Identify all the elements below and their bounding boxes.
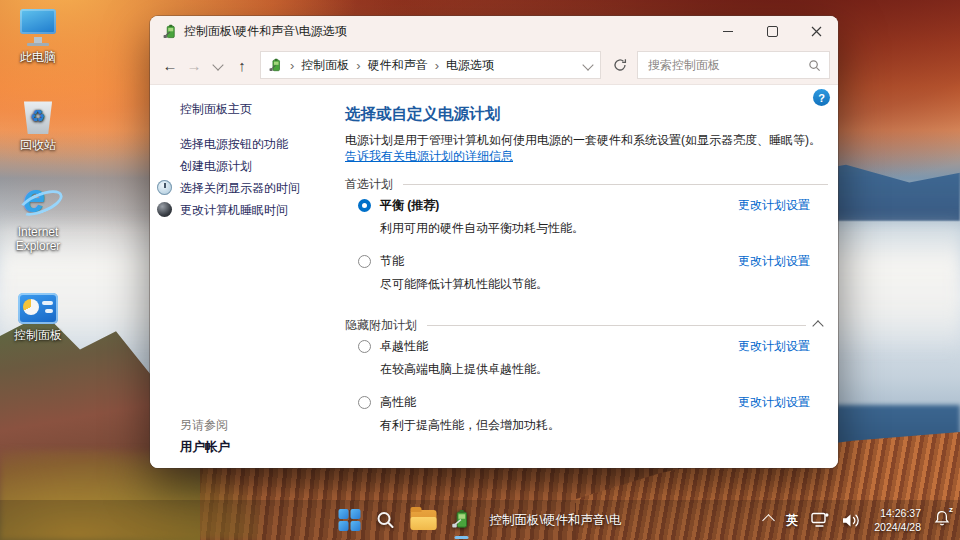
sidebar: 控制面板主页 选择电源按钮的功能 创建电源计划 选择关闭显示器的时间 更改计算机… xyxy=(150,85,345,468)
control-panel-window: 控制面板\硬件和声音\电源选项 ← → ↑ › 控制面板 › 硬件和声音 xyxy=(150,16,838,468)
close-button[interactable] xyxy=(794,16,838,46)
plan-row-power-saver: 节能 尽可能降低计算机性能以节能。 更改计划设置 xyxy=(345,253,828,293)
intro-more-info-link[interactable]: 告诉我有关电源计划的详细信息 xyxy=(345,149,513,163)
plan-row-high-performance: 高性能 有利于提高性能，但会增加功耗。 更改计划设置 xyxy=(345,394,828,434)
active-app-label[interactable]: 控制面板\硬件和声音\电 xyxy=(490,512,622,529)
ime-indicator[interactable]: 英 xyxy=(786,512,798,529)
power-options-icon xyxy=(163,24,178,39)
up-icon: ↑ xyxy=(238,57,246,74)
breadcrumb-item-hardware-sound[interactable]: 硬件和声音 xyxy=(368,57,428,74)
page-title: 选择或自定义电源计划 xyxy=(345,104,828,125)
plan-name[interactable]: 节能 xyxy=(380,253,548,270)
change-plan-settings-link[interactable]: 更改计划设置 xyxy=(738,394,810,411)
bell-badge: z xyxy=(949,505,953,514)
notification-bell-icon xyxy=(934,510,950,526)
sidebar-item-display-off-time[interactable]: 选择关闭显示器的时间 xyxy=(180,182,345,195)
breadcrumb[interactable]: › 控制面板 › 硬件和声音 › 电源选项 xyxy=(260,51,601,79)
network-icon[interactable] xyxy=(811,512,829,528)
desktop-icon-label: 控制面板 xyxy=(8,327,68,344)
plan-name[interactable]: 高性能 xyxy=(380,394,560,411)
active-app-indicator xyxy=(455,536,469,539)
section-hidden-plans[interactable]: 隐藏附加计划 xyxy=(345,317,828,334)
section-divider xyxy=(403,184,828,185)
change-plan-settings-link[interactable]: 更改计划设置 xyxy=(738,253,810,270)
plan-description: 在较高端电脑上提供卓越性能。 xyxy=(380,361,548,378)
chevron-down-icon xyxy=(212,59,223,70)
back-button[interactable]: ← xyxy=(158,51,182,79)
minimize-icon xyxy=(723,31,733,32)
radio-high-performance[interactable] xyxy=(358,396,371,409)
minimize-button[interactable] xyxy=(706,16,750,46)
window-titlebar[interactable]: 控制面板\硬件和声音\电源选项 xyxy=(150,16,838,46)
section-divider xyxy=(427,325,806,326)
taskbar-search-button[interactable] xyxy=(376,510,396,530)
sidebar-item-label: 更改计算机睡眠时间 xyxy=(180,203,288,217)
radio-ultimate-performance[interactable] xyxy=(358,340,371,353)
breadcrumb-item-control-panel[interactable]: 控制面板 xyxy=(301,57,349,74)
forward-icon: → xyxy=(187,57,202,74)
section-label: 首选计划 xyxy=(345,176,393,193)
plan-description: 有利于提高性能，但会增加功耗。 xyxy=(380,417,560,434)
tray-chevron-up-icon[interactable] xyxy=(762,514,775,527)
power-options-icon xyxy=(269,58,283,72)
windows-logo-icon xyxy=(339,509,361,531)
change-plan-settings-link[interactable]: 更改计划设置 xyxy=(738,197,810,214)
change-plan-settings-link[interactable]: 更改计划设置 xyxy=(738,338,810,355)
control-panel-icon xyxy=(18,293,58,324)
tray-time: 14:26:37 xyxy=(874,506,921,520)
power-options-icon xyxy=(452,508,472,530)
sidebar-item-power-buttons[interactable]: 选择电源按钮的功能 xyxy=(180,138,345,151)
radio-power-saver[interactable] xyxy=(358,255,371,268)
back-icon: ← xyxy=(163,57,178,74)
plan-row-ultimate: 卓越性能 在较高端电脑上提供卓越性能。 更改计划设置 xyxy=(345,338,828,378)
search-box xyxy=(637,51,830,79)
radio-balanced[interactable] xyxy=(358,199,371,212)
desktop-icon-this-pc[interactable]: 此电脑 xyxy=(8,6,68,66)
desktop-icon-label: 此电脑 xyxy=(8,49,68,66)
up-button[interactable]: ↑ xyxy=(230,51,254,79)
search-icon xyxy=(376,510,396,530)
recent-pages-button[interactable] xyxy=(206,51,230,79)
plan-row-balanced: 平衡 (推荐) 利用可用的硬件自动平衡功耗与性能。 更改计划设置 xyxy=(345,197,828,237)
breadcrumb-separator: › xyxy=(435,58,439,73)
sidebar-item-home[interactable]: 控制面板主页 xyxy=(180,101,345,118)
desktop-icon-label: 回收站 xyxy=(8,137,68,154)
plan-name[interactable]: 卓越性能 xyxy=(380,338,548,355)
forward-button[interactable]: → xyxy=(182,51,206,79)
breadcrumb-dropdown-icon[interactable] xyxy=(582,59,593,70)
breadcrumb-separator: › xyxy=(290,58,294,73)
intro-body: 电源计划是用于管理计算机如何使用电源的一套硬件和系统设置(如显示器亮度、睡眠等)… xyxy=(345,133,821,147)
desktop-icon-label: Internet Explorer xyxy=(8,225,68,253)
search-input[interactable] xyxy=(646,57,808,73)
plan-name[interactable]: 平衡 (推荐) xyxy=(380,197,584,214)
refresh-button[interactable] xyxy=(607,52,633,78)
taskbar: 控制面板\硬件和声音\电 英 14:26:37 2024/4/28 z xyxy=(0,500,960,540)
window-title: 控制面板\硬件和声音\电源选项 xyxy=(184,23,347,40)
sleep-icon xyxy=(157,202,172,217)
section-label: 隐藏附加计划 xyxy=(345,317,417,334)
desktop-icon-control-panel[interactable]: 控制面板 xyxy=(8,284,68,344)
window-body: ? 控制面板主页 选择电源按钮的功能 创建电源计划 选择关闭显示器的时间 更改计… xyxy=(150,85,838,468)
section-preferred-plans: 首选计划 xyxy=(345,176,828,193)
breadcrumb-item-power-options[interactable]: 电源选项 xyxy=(446,57,494,74)
desktop-icon-recycle-bin[interactable]: ♻ 回收站 xyxy=(8,94,68,154)
start-button[interactable] xyxy=(339,509,361,531)
tray-date: 2024/4/28 xyxy=(874,520,921,534)
sidebar-item-sleep-time[interactable]: 更改计算机睡眠时间 xyxy=(180,204,345,217)
sidebar-item-label: 选择关闭显示器的时间 xyxy=(180,181,300,195)
taskbar-power-options-button[interactable] xyxy=(452,508,472,533)
collapse-chevron-icon[interactable] xyxy=(812,320,823,331)
taskbar-clock[interactable]: 14:26:37 2024/4/28 xyxy=(874,506,921,534)
this-pc-icon xyxy=(20,9,56,34)
search-icon xyxy=(808,59,821,72)
notification-bell-button[interactable]: z xyxy=(934,510,950,530)
file-explorer-button[interactable] xyxy=(411,510,437,530)
speaker-icon[interactable] xyxy=(842,513,861,528)
maximize-button[interactable] xyxy=(750,16,794,46)
close-icon xyxy=(811,26,822,37)
recycle-bin-icon: ♻ xyxy=(22,98,54,134)
sidebar-item-user-accounts[interactable]: 用户帐户 xyxy=(180,439,230,456)
sidebar-item-create-plan[interactable]: 创建电源计划 xyxy=(180,160,345,173)
desktop-icon-internet-explorer[interactable]: e Internet Explorer xyxy=(8,182,68,253)
navigation-toolbar: ← → ↑ › 控制面板 › 硬件和声音 › 电源选项 xyxy=(150,46,838,85)
